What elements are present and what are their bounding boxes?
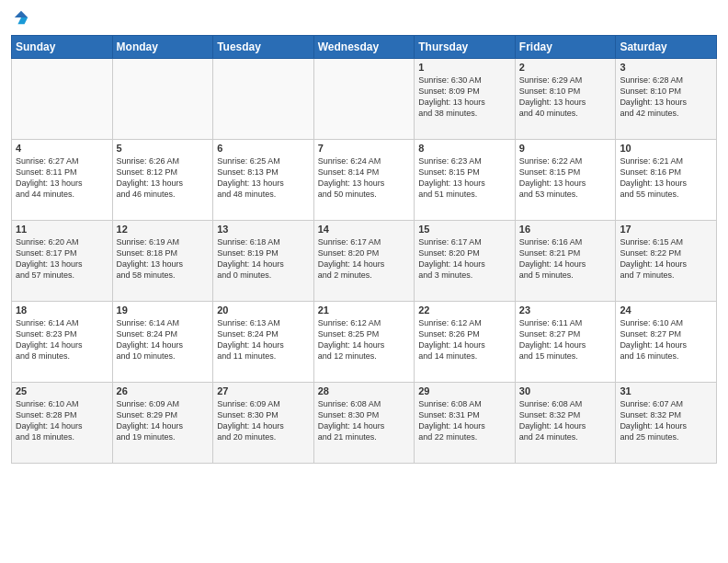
calendar-cell: 27Sunrise: 6:09 AM Sunset: 8:30 PM Dayli… <box>213 383 314 464</box>
cell-content: Sunrise: 6:21 AM Sunset: 8:16 PM Dayligh… <box>620 155 712 201</box>
day-header-saturday: Saturday <box>616 36 717 59</box>
week-row-2: 4Sunrise: 6:27 AM Sunset: 8:11 PM Daylig… <box>12 140 717 221</box>
calendar-cell: 24Sunrise: 6:10 AM Sunset: 8:27 PM Dayli… <box>616 302 717 383</box>
day-header-monday: Monday <box>112 36 213 59</box>
calendar-cell: 31Sunrise: 6:07 AM Sunset: 8:32 PM Dayli… <box>616 383 717 464</box>
cell-content: Sunrise: 6:18 AM Sunset: 8:19 PM Dayligh… <box>217 236 310 282</box>
calendar-cell: 21Sunrise: 6:12 AM Sunset: 8:25 PM Dayli… <box>313 302 415 383</box>
day-header-sunday: Sunday <box>12 36 113 59</box>
calendar-cell: 10Sunrise: 6:21 AM Sunset: 8:16 PM Dayli… <box>616 140 717 221</box>
calendar-cell: 4Sunrise: 6:27 AM Sunset: 8:11 PM Daylig… <box>12 140 113 221</box>
day-number: 4 <box>16 143 108 154</box>
cell-content: Sunrise: 6:17 AM Sunset: 8:20 PM Dayligh… <box>318 236 411 282</box>
calendar-header-row: SundayMondayTuesdayWednesdayThursdayFrid… <box>12 36 717 59</box>
cell-content: Sunrise: 6:19 AM Sunset: 8:18 PM Dayligh… <box>117 236 210 282</box>
day-number: 21 <box>318 304 411 316</box>
day-header-wednesday: Wednesday <box>313 36 415 59</box>
day-header-tuesday: Tuesday <box>213 36 314 59</box>
calendar-cell <box>12 59 113 140</box>
cell-content: Sunrise: 6:27 AM Sunset: 8:11 PM Dayligh… <box>16 155 108 201</box>
day-number: 2 <box>519 62 612 73</box>
day-number: 22 <box>418 304 511 316</box>
cell-content: Sunrise: 6:10 AM Sunset: 8:27 PM Dayligh… <box>620 317 712 362</box>
day-number: 16 <box>519 224 612 235</box>
cell-content: Sunrise: 6:09 AM Sunset: 8:30 PM Dayligh… <box>217 398 310 443</box>
calendar-cell: 16Sunrise: 6:16 AM Sunset: 8:21 PM Dayli… <box>515 221 616 302</box>
cell-content: Sunrise: 6:08 AM Sunset: 8:31 PM Dayligh… <box>418 398 511 443</box>
week-row-3: 11Sunrise: 6:20 AM Sunset: 8:17 PM Dayli… <box>12 221 717 302</box>
cell-content: Sunrise: 6:26 AM Sunset: 8:12 PM Dayligh… <box>117 155 210 201</box>
calendar-cell: 1Sunrise: 6:30 AM Sunset: 8:09 PM Daylig… <box>415 59 516 140</box>
day-number: 17 <box>620 224 712 235</box>
cell-content: Sunrise: 6:08 AM Sunset: 8:30 PM Dayligh… <box>318 398 411 443</box>
calendar-cell: 13Sunrise: 6:18 AM Sunset: 8:19 PM Dayli… <box>213 221 314 302</box>
day-header-friday: Friday <box>515 36 616 59</box>
week-row-5: 25Sunrise: 6:10 AM Sunset: 8:28 PM Dayli… <box>12 383 717 464</box>
calendar-cell: 19Sunrise: 6:14 AM Sunset: 8:24 PM Dayli… <box>112 302 213 383</box>
day-number: 30 <box>519 385 612 396</box>
day-number: 7 <box>318 143 411 154</box>
calendar-cell: 18Sunrise: 6:14 AM Sunset: 8:23 PM Dayli… <box>12 302 113 383</box>
calendar-cell: 28Sunrise: 6:08 AM Sunset: 8:30 PM Dayli… <box>313 383 415 464</box>
calendar-cell: 12Sunrise: 6:19 AM Sunset: 8:18 PM Dayli… <box>112 221 213 302</box>
cell-content: Sunrise: 6:15 AM Sunset: 8:22 PM Dayligh… <box>620 236 712 282</box>
cell-content: Sunrise: 6:16 AM Sunset: 8:21 PM Dayligh… <box>519 236 612 282</box>
day-number: 31 <box>620 385 712 396</box>
cell-content: Sunrise: 6:07 AM Sunset: 8:32 PM Dayligh… <box>620 398 712 443</box>
calendar-cell: 17Sunrise: 6:15 AM Sunset: 8:22 PM Dayli… <box>616 221 717 302</box>
day-number: 3 <box>620 62 712 73</box>
day-number: 29 <box>418 385 511 396</box>
day-number: 15 <box>418 224 511 235</box>
day-number: 26 <box>117 385 210 396</box>
calendar-cell: 7Sunrise: 6:24 AM Sunset: 8:14 PM Daylig… <box>313 140 415 221</box>
cell-content: Sunrise: 6:09 AM Sunset: 8:29 PM Dayligh… <box>117 398 210 443</box>
calendar-cell: 6Sunrise: 6:25 AM Sunset: 8:13 PM Daylig… <box>213 140 314 221</box>
calendar-cell: 14Sunrise: 6:17 AM Sunset: 8:20 PM Dayli… <box>313 221 415 302</box>
calendar-cell: 23Sunrise: 6:11 AM Sunset: 8:27 PM Dayli… <box>515 302 616 383</box>
day-number: 14 <box>318 224 411 235</box>
logo-icon <box>13 9 29 26</box>
calendar-table: SundayMondayTuesdayWednesdayThursdayFrid… <box>11 35 717 464</box>
cell-content: Sunrise: 6:11 AM Sunset: 8:27 PM Dayligh… <box>519 317 612 362</box>
cell-content: Sunrise: 6:24 AM Sunset: 8:14 PM Dayligh… <box>318 155 411 201</box>
calendar-cell: 26Sunrise: 6:09 AM Sunset: 8:29 PM Dayli… <box>112 383 213 464</box>
calendar-cell: 15Sunrise: 6:17 AM Sunset: 8:20 PM Dayli… <box>415 221 516 302</box>
calendar-cell: 22Sunrise: 6:12 AM Sunset: 8:26 PM Dayli… <box>415 302 516 383</box>
day-number: 20 <box>217 304 310 316</box>
calendar-cell: 30Sunrise: 6:08 AM Sunset: 8:32 PM Dayli… <box>515 383 616 464</box>
cell-content: Sunrise: 6:08 AM Sunset: 8:32 PM Dayligh… <box>519 398 612 443</box>
calendar-cell: 5Sunrise: 6:26 AM Sunset: 8:12 PM Daylig… <box>112 140 213 221</box>
day-number: 13 <box>217 224 310 235</box>
cell-content: Sunrise: 6:30 AM Sunset: 8:09 PM Dayligh… <box>418 75 511 120</box>
cell-content: Sunrise: 6:13 AM Sunset: 8:24 PM Dayligh… <box>217 317 310 362</box>
cell-content: Sunrise: 6:10 AM Sunset: 8:28 PM Dayligh… <box>16 398 108 443</box>
day-number: 6 <box>217 143 310 154</box>
calendar-cell: 20Sunrise: 6:13 AM Sunset: 8:24 PM Dayli… <box>213 302 314 383</box>
calendar-cell: 3Sunrise: 6:28 AM Sunset: 8:10 PM Daylig… <box>616 59 717 140</box>
day-number: 11 <box>16 224 108 235</box>
calendar-cell <box>313 59 415 140</box>
calendar-cell: 2Sunrise: 6:29 AM Sunset: 8:10 PM Daylig… <box>515 59 616 140</box>
day-number: 12 <box>117 224 210 235</box>
logo <box>11 9 29 29</box>
day-number: 28 <box>318 385 411 396</box>
calendar-cell: 8Sunrise: 6:23 AM Sunset: 8:15 PM Daylig… <box>415 140 516 221</box>
day-number: 24 <box>620 304 712 316</box>
day-number: 25 <box>16 385 108 396</box>
day-number: 19 <box>117 304 210 316</box>
cell-content: Sunrise: 6:25 AM Sunset: 8:13 PM Dayligh… <box>217 155 310 201</box>
calendar-cell: 25Sunrise: 6:10 AM Sunset: 8:28 PM Dayli… <box>12 383 113 464</box>
day-number: 9 <box>519 143 612 154</box>
cell-content: Sunrise: 6:14 AM Sunset: 8:23 PM Dayligh… <box>16 317 108 362</box>
svg-marker-1 <box>17 17 28 24</box>
day-header-thursday: Thursday <box>415 36 516 59</box>
day-number: 27 <box>217 385 310 396</box>
day-number: 23 <box>519 304 612 316</box>
cell-content: Sunrise: 6:23 AM Sunset: 8:15 PM Dayligh… <box>418 155 511 201</box>
cell-content: Sunrise: 6:29 AM Sunset: 8:10 PM Dayligh… <box>519 75 612 120</box>
calendar-cell: 29Sunrise: 6:08 AM Sunset: 8:31 PM Dayli… <box>415 383 516 464</box>
cell-content: Sunrise: 6:28 AM Sunset: 8:10 PM Dayligh… <box>620 75 712 120</box>
calendar-cell: 11Sunrise: 6:20 AM Sunset: 8:17 PM Dayli… <box>12 221 113 302</box>
cell-content: Sunrise: 6:12 AM Sunset: 8:26 PM Dayligh… <box>418 317 511 362</box>
day-number: 8 <box>418 143 511 154</box>
